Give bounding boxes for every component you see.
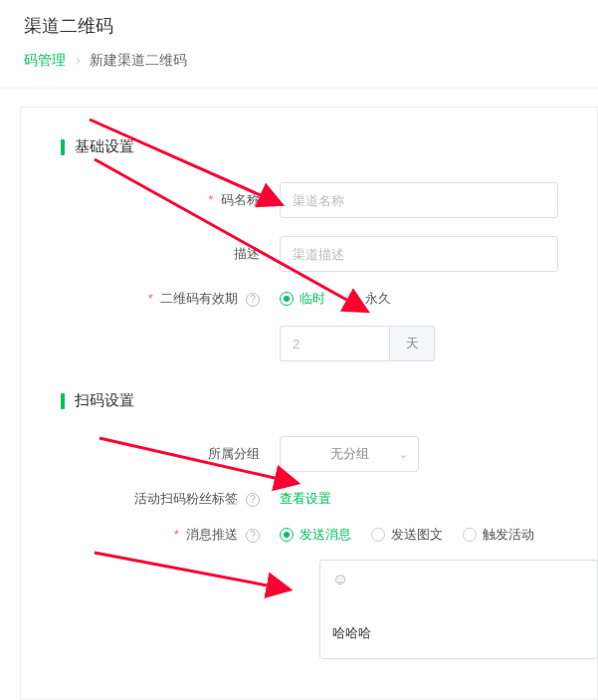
section-basic-title: 基础设置 <box>21 108 597 164</box>
help-icon[interactable]: ? <box>246 293 260 307</box>
radio-dot-icon <box>463 528 477 542</box>
label-code-name-text: 码名称 <box>221 192 260 207</box>
smiley-icon[interactable]: ☺ <box>332 571 348 587</box>
label-group-text: 所属分组 <box>208 446 260 461</box>
section-scan-title: 扫码设置 <box>21 361 597 418</box>
help-icon[interactable]: ? <box>246 529 260 543</box>
label-validity-text: 二维码有效期 <box>160 291 238 306</box>
push-radio-trigger[interactable]: 触发活动 <box>463 526 534 544</box>
radio-dot-icon <box>280 292 294 306</box>
description-input[interactable] <box>280 236 558 272</box>
group-select[interactable]: 无分组 ⌄ <box>280 436 419 472</box>
label-push: * 消息推送 ? <box>21 526 280 544</box>
label-group: 所属分组 <box>21 445 280 463</box>
field-group: 所属分组 无分组 ⌄ <box>21 418 597 472</box>
label-description-text: 描述 <box>234 246 260 261</box>
push-teletext-label: 发送图文 <box>391 526 443 544</box>
label-fan-tag-text: 活动扫码粉丝标签 <box>134 491 238 506</box>
breadcrumb-current: 新建渠道二维码 <box>90 52 187 68</box>
section-accent-bar <box>61 139 65 155</box>
push-msg-label: 发送消息 <box>299 526 351 544</box>
view-settings-link[interactable]: 查看设置 <box>280 490 331 508</box>
days-input[interactable] <box>280 326 389 361</box>
field-push: * 消息推送 ? 发送消息 发送图文 触发活动 <box>21 508 597 544</box>
section-accent-bar <box>61 393 65 409</box>
validity-temp-label: 临时 <box>299 290 325 308</box>
field-code-name: * 码名称 <box>21 164 597 218</box>
section-basic-label: 基础设置 <box>75 137 134 156</box>
label-validity: * 二维码有效期 ? <box>21 290 280 308</box>
group-select-value: 无分组 <box>330 445 369 463</box>
form-panel: 基础设置 * 码名称 描述 * 二维码有效期 ? 临时 <box>20 107 598 700</box>
validity-perm-label: 永久 <box>365 290 391 308</box>
field-validity-days: 天 <box>21 308 597 361</box>
page-title: 渠道二维码 <box>0 0 598 52</box>
push-content-box[interactable]: ☺ 哈哈哈 <box>319 560 598 659</box>
radio-dot-icon <box>371 528 385 542</box>
label-fan-tag: 活动扫码粉丝标签 ? <box>21 490 280 508</box>
field-validity: * 二维码有效期 ? 临时 永久 <box>21 272 597 308</box>
push-content-text: 哈哈哈 <box>332 624 585 642</box>
radio-dot-icon <box>280 528 294 542</box>
breadcrumb-root-link[interactable]: 码管理 <box>24 52 66 68</box>
push-radio-msg[interactable]: 发送消息 <box>280 526 351 544</box>
validity-radio-perm[interactable]: 永久 <box>345 290 391 308</box>
days-unit: 天 <box>389 326 435 361</box>
validity-radio-temp[interactable]: 临时 <box>280 290 325 308</box>
radio-dot-icon <box>345 292 359 306</box>
help-icon[interactable]: ? <box>246 493 260 507</box>
chevron-down-icon: ⌄ <box>399 448 408 461</box>
label-code-name: * 码名称 <box>21 191 280 209</box>
required-mark: * <box>208 192 213 207</box>
field-description: 描述 <box>21 218 597 272</box>
push-trigger-label: 触发活动 <box>483 526 534 544</box>
label-description: 描述 <box>21 245 280 263</box>
push-radio-teletext[interactable]: 发送图文 <box>371 526 443 544</box>
breadcrumb: 码管理 › 新建渠道二维码 <box>0 52 598 89</box>
breadcrumb-separator: › <box>76 52 81 68</box>
required-mark: * <box>148 291 153 306</box>
section-scan-label: 扫码设置 <box>75 391 134 410</box>
field-fan-tag: 活动扫码粉丝标签 ? 查看设置 <box>21 472 597 508</box>
label-push-text: 消息推送 <box>186 527 238 542</box>
days-input-group: 天 <box>280 326 435 361</box>
required-mark: * <box>174 527 179 542</box>
code-name-input[interactable] <box>280 182 558 218</box>
